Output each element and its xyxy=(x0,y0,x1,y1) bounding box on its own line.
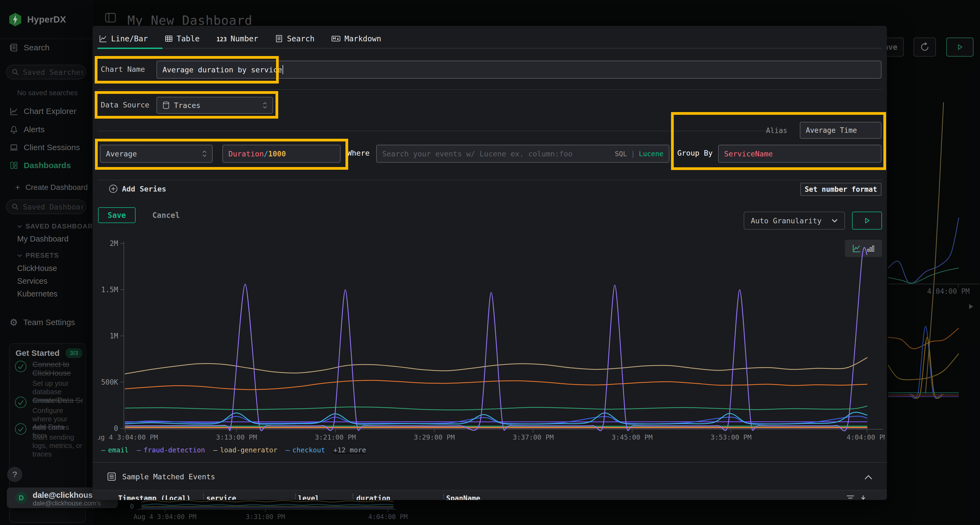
chart-name-input[interactable]: Average duration by service xyxy=(156,61,881,79)
tab-line-bar[interactable]: Line/Bar xyxy=(99,34,148,43)
collapse-chevron-up-icon[interactable] xyxy=(864,475,872,480)
lucene-option[interactable]: Lucene xyxy=(639,150,663,158)
where-placeholder: Search your events w/ Lucene ex. column:… xyxy=(382,150,573,158)
legend-item-load-generator[interactable]: load-generator xyxy=(213,446,277,454)
sample-matched-events-header[interactable]: Sample Matched Events xyxy=(107,472,215,481)
tab-table[interactable]: Table xyxy=(165,34,200,43)
query-language-toggle[interactable]: SQL | Lucene xyxy=(615,150,663,158)
svg-text:0: 0 xyxy=(130,503,134,510)
create-dashboard-button[interactable]: Create Dashboard xyxy=(15,183,88,192)
column-separator[interactable] xyxy=(295,494,296,500)
section-divider xyxy=(97,89,883,90)
section-label: PRESETS xyxy=(25,252,59,259)
download-icon[interactable] xyxy=(860,495,867,500)
svg-text:3:13:00 PM: 3:13:00 PM xyxy=(216,433,257,441)
legend-dash-icon xyxy=(101,446,105,454)
aggregation-select[interactable]: Average xyxy=(100,145,213,163)
alias-input[interactable]: Average Time xyxy=(800,122,881,139)
legend-item-fraud-detection[interactable]: fraud-detection xyxy=(137,446,205,454)
alias-label: Alias xyxy=(757,127,787,135)
saved-dashboards-input[interactable]: Saved Dashboards xyxy=(6,199,86,214)
cancel-button[interactable]: Cancel xyxy=(147,207,185,223)
sidebar-item-chart-explorer[interactable]: Chart Explorer xyxy=(10,106,76,116)
sidebar-item-search[interactable]: Search xyxy=(10,43,49,52)
sidebar-item-label: Chart Explorer xyxy=(24,106,76,116)
sidebar-item-services[interactable]: Services xyxy=(17,277,48,285)
sidebar-item-label: Team Settings xyxy=(23,318,75,327)
get-started-title: Get Started xyxy=(16,349,60,358)
column-header-timestamp[interactable]: Timestamp (Local) xyxy=(118,494,191,500)
page-title: My New Dashboard xyxy=(127,13,252,28)
legend-item-checkout[interactable]: checkout xyxy=(286,446,325,454)
step-title: Connect to ClickHouse xyxy=(32,360,71,377)
main-chart[interactable]: 0500K1M1.5M2MAug 4 3:04:00 PM3:13:00 PM3… xyxy=(98,234,885,446)
step-title: Create Data Source xyxy=(32,396,83,405)
live-play-button[interactable] xyxy=(946,38,974,57)
set-number-format-button[interactable]: Set number format xyxy=(800,183,881,196)
column-separator[interactable] xyxy=(443,494,444,500)
svg-text:3:21:00 PM: 3:21:00 PM xyxy=(315,433,356,441)
save-button[interactable]: Save xyxy=(98,207,135,223)
svg-text:500K: 500K xyxy=(101,378,118,386)
sidebar-item-alerts[interactable]: Alerts xyxy=(10,125,45,134)
tab-markdown[interactable]: Markdown xyxy=(331,34,381,43)
svg-text:3:45:00 PM: 3:45:00 PM xyxy=(612,433,653,441)
svg-text:3:37:00 PM: 3:37:00 PM xyxy=(512,433,554,441)
svg-text:0: 0 xyxy=(114,424,118,433)
sidebar-toggle-button[interactable] xyxy=(105,13,116,24)
sql-option[interactable]: SQL xyxy=(615,150,627,158)
chevron-down-icon xyxy=(831,219,838,223)
markdown-icon xyxy=(331,35,340,43)
column-separator[interactable] xyxy=(353,494,353,500)
tabs-divider xyxy=(97,48,882,49)
data-source-select[interactable]: Traces xyxy=(156,97,273,114)
no-saved-searches-text: No saved searches xyxy=(17,89,78,97)
presets-section[interactable]: PRESETS xyxy=(17,252,59,259)
refresh-button[interactable] xyxy=(913,38,936,57)
group-by-input[interactable]: ServiceName xyxy=(718,145,881,163)
where-search-input[interactable]: Search your events w/ Lucene ex. column:… xyxy=(376,145,670,163)
sidebar-item-team-settings[interactable]: ⚙ Team Settings xyxy=(10,317,75,328)
column-separator[interactable] xyxy=(203,494,204,500)
scroll-right-arrow-icon[interactable] xyxy=(969,304,973,309)
column-header-level[interactable]: level xyxy=(298,494,319,500)
column-header-service[interactable]: service xyxy=(206,494,236,500)
run-query-button[interactable] xyxy=(852,212,882,230)
saved-dashboards-section[interactable]: SAVED DASHBOARDS xyxy=(17,222,93,230)
column-header-spanname[interactable]: SpanName xyxy=(446,494,480,500)
legend-dash-icon xyxy=(137,446,141,454)
svg-text:Aug 4 3:04:00 PM: Aug 4 3:04:00 PM xyxy=(98,433,158,441)
edit-chart-modal: Line/Bar Table Number Search xyxy=(92,26,887,500)
bell-icon xyxy=(10,125,18,134)
sidebar-item-dashboards[interactable]: Dashboards xyxy=(10,161,71,170)
sidebar-item-client-sessions[interactable]: Client Sessions xyxy=(10,143,80,152)
help-button[interactable]: ? xyxy=(7,467,22,482)
play-icon xyxy=(864,217,870,224)
saved-searches-placeholder: Saved Searches xyxy=(23,68,83,76)
sidebar-item-kubernetes[interactable]: Kubernetes xyxy=(17,289,57,298)
magnifier-icon xyxy=(11,68,19,76)
filter-icon[interactable] xyxy=(846,495,854,500)
add-series-button[interactable]: Add Series xyxy=(109,184,166,193)
tab-search[interactable]: Search xyxy=(275,34,314,43)
sidebar-item-my-dashboard[interactable]: My Dashboard xyxy=(17,235,68,243)
logo-text: HyperDX xyxy=(27,14,66,25)
legend-more-link[interactable]: +12 more xyxy=(333,446,366,454)
legend-dash-icon xyxy=(213,446,217,454)
avatar: D xyxy=(15,492,27,504)
saved-searches-input[interactable]: Saved Searches xyxy=(6,65,86,79)
field-expression-input[interactable]: Duration/1000 xyxy=(223,145,340,163)
sidebar-item-clickhouse[interactable]: ClickHouse xyxy=(17,264,57,273)
legend-item-email[interactable]: email xyxy=(101,446,129,454)
chart-name-label: Chart Name xyxy=(101,65,145,73)
create-dashboard-label: Create Dashboard xyxy=(25,183,88,192)
sidebar-item-label: Search xyxy=(24,43,49,52)
number-123-icon xyxy=(216,34,227,43)
get-started-step[interactable]: Add DataStart sending logs, metrics, or … xyxy=(14,423,83,458)
logo[interactable]: HyperDX xyxy=(8,13,66,27)
tab-number[interactable]: Number xyxy=(216,34,258,43)
sidebar-item-label: Alerts xyxy=(24,125,45,134)
section-divider xyxy=(97,130,774,131)
granularity-select[interactable]: Auto Granularity xyxy=(744,212,845,230)
column-header-duration[interactable]: duration xyxy=(356,494,390,500)
